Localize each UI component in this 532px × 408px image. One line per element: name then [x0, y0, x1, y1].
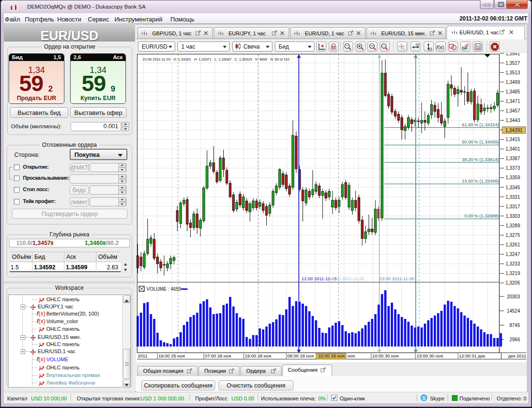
svg-text:22:00 29 ноя: 22:00 29 ноя	[318, 353, 344, 358]
svg-text:22:00 2011-11-29 O: 1,33161: 22:00 2011-11-29 O: 1,33161 H: 1,33371 L…	[143, 57, 289, 61]
svg-text:1,3219: 1,3219	[505, 271, 520, 276]
svg-text:1,3415: 1,3415	[505, 137, 520, 142]
svg-text:38,20 % (1,33814): 38,20 % (1,33814)	[462, 157, 499, 162]
svg-text:1,3541: 1,3541	[505, 51, 520, 56]
svg-text:07:00 28 ноя: 07:00 28 ноя	[205, 353, 231, 358]
svg-text:1,3317: 1,3317	[505, 204, 520, 209]
svg-text:2966: 2966	[510, 337, 521, 342]
svg-text:08:00 29 ноя: 08:00 29 ноя	[287, 353, 313, 358]
svg-text:1,3387: 1,3387	[505, 156, 520, 161]
svg-text:8745: 8745	[510, 323, 521, 328]
svg-text:дек 2011: дек 2011	[508, 353, 526, 358]
svg-text:1,3471: 1,3471	[505, 99, 520, 104]
svg-text:23:00 30 ноя: 23:00 30 ноя	[417, 353, 443, 358]
svg-text:1,3485: 1,3485	[505, 89, 520, 94]
svg-text:2011: 2011	[138, 353, 147, 358]
svg-text:50,00 % (1,34069): 50,00 % (1,34069)	[462, 139, 499, 144]
svg-text:12:00 2011-11-30: 12:00 2011-11-30	[329, 276, 365, 281]
svg-text:18:00 25 ноя: 18:00 25 ноя	[158, 353, 185, 358]
svg-text:1,3443: 1,3443	[505, 118, 520, 123]
svg-text:10:00 30 ноя: 10:00 30 ноя	[372, 353, 398, 358]
svg-text:1,3513: 1,3513	[505, 70, 520, 75]
svg-text:20303: 20303	[507, 294, 520, 299]
svg-text:1,3527: 1,3527	[505, 61, 520, 66]
svg-text:12:00 01 дек: 12:00 01 дек	[459, 353, 485, 358]
svg-text:1,3205: 1,3205	[505, 280, 520, 286]
svg-text:1,3303: 1,3303	[505, 214, 520, 219]
svg-text:61,80 % (1,34324): 61,80 % (1,34324)	[462, 122, 499, 127]
svg-text:1,3233: 1,3233	[505, 261, 520, 266]
svg-text:1,3261: 1,3261	[505, 242, 520, 247]
svg-text:1,3331: 1,3331	[505, 194, 520, 200]
svg-text:1,3359: 1,3359	[505, 175, 520, 180]
svg-text:1,3345: 1,3345	[505, 185, 520, 190]
svg-text:1,3401: 1,3401	[505, 146, 520, 152]
svg-text:1,3247: 1,3247	[505, 252, 520, 257]
svg-text:23:00 2011-11-30: 23:00 2011-11-30	[379, 276, 415, 281]
svg-text:S: S	[422, 395, 426, 401]
svg-text:1,34291: 1,34291	[505, 128, 523, 133]
svg-text:ноя: ноя	[347, 353, 355, 358]
svg-text:1,3499: 1,3499	[505, 80, 520, 85]
svg-text:14524: 14524	[507, 308, 520, 314]
svg-text:1,3289: 1,3289	[505, 223, 520, 228]
svg-text:1,3373: 1,3373	[505, 165, 520, 171]
svg-text:0,00 % (1,32988): 0,00 % (1,32988)	[464, 213, 499, 218]
svg-text:23,60 % (1,33499): 23,60 % (1,33499)	[462, 178, 499, 184]
svg-text:VOLUME : 4659: VOLUME : 4659	[146, 286, 181, 292]
svg-text:1,3275: 1,3275	[505, 233, 520, 238]
svg-text:19:00 28 ноя: 19:00 28 ноя	[245, 353, 271, 358]
svg-text:1,3457: 1,3457	[505, 108, 520, 113]
